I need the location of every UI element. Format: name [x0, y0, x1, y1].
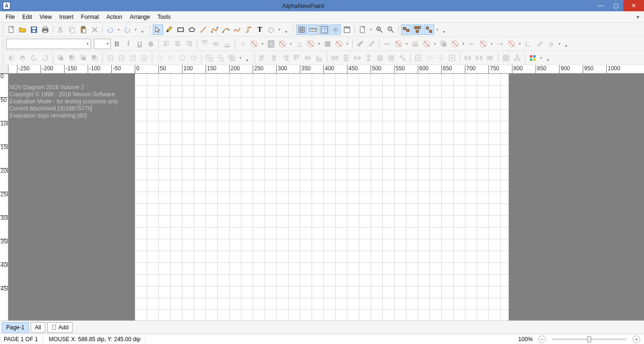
flip-v-button[interactable]: [17, 53, 28, 63]
bring-front-button[interactable]: [56, 53, 66, 63]
zoom-in-status-button[interactable]: +: [633, 336, 640, 343]
layout-tree-button[interactable]: [512, 53, 522, 63]
pan-tool[interactable]: [266, 25, 276, 35]
font-family-combo[interactable]: ▾: [6, 39, 91, 49]
toolbar-overflow[interactable]: ▾: [283, 25, 289, 35]
page-setup-button[interactable]: [357, 25, 368, 35]
rulers-toggle[interactable]: [308, 25, 318, 35]
shadow-button[interactable]: [438, 39, 449, 49]
ungroup-button[interactable]: [215, 53, 226, 63]
highlight-swatch[interactable]: [305, 39, 316, 49]
distribute-h-button[interactable]: [330, 53, 340, 63]
italic-button[interactable]: I: [123, 39, 133, 49]
zoom-slider[interactable]: [552, 338, 627, 340]
canvas-area[interactable]: NOV Diagram 2016 Volume 2 Copyright © 19…: [8, 74, 644, 320]
tab-page-1[interactable]: Page-1: [2, 322, 29, 333]
eyedropper-button[interactable]: [535, 39, 545, 49]
line-weight-swatch[interactable]: [421, 39, 432, 49]
fill-dropdown[interactable]: ▾: [345, 42, 350, 46]
nudge-left-button[interactable]: [105, 53, 116, 63]
pencil-tool[interactable]: [164, 25, 174, 35]
rotate-180-button[interactable]: [177, 53, 188, 63]
line-color-swatch[interactable]: [393, 39, 404, 49]
curve-tool[interactable]: [209, 25, 220, 35]
align-left-shapes[interactable]: [257, 53, 268, 63]
align-middle-shapes[interactable]: [303, 53, 313, 63]
layout-shapes-button[interactable]: [501, 53, 511, 63]
text-bg-button[interactable]: A: [266, 39, 276, 49]
distribute-v-button[interactable]: [341, 53, 351, 63]
new-button[interactable]: [6, 25, 17, 35]
line-weight-dropdown[interactable]: ▾: [433, 42, 438, 46]
delete-button[interactable]: [90, 25, 100, 35]
format-painter-button[interactable]: [366, 39, 377, 49]
undo-button[interactable]: [105, 25, 116, 35]
flip-h-button[interactable]: [6, 53, 17, 63]
nudge-down-button[interactable]: [139, 53, 149, 63]
same-height-button[interactable]: [386, 53, 396, 63]
arrow-end-dropdown[interactable]: ▾: [518, 42, 522, 46]
freehand-tool[interactable]: [232, 25, 242, 35]
align-bottom-shapes[interactable]: [314, 53, 324, 63]
underline-button[interactable]: U: [134, 39, 145, 49]
copy-button[interactable]: [67, 25, 77, 35]
highlight-button[interactable]: A: [294, 39, 305, 49]
toolbar-overflow[interactable]: ▾: [139, 25, 146, 35]
toolbar-overflow[interactable]: ▾: [545, 53, 551, 63]
align-center-shapes[interactable]: [269, 53, 279, 63]
toolbar-overflow[interactable]: ▾: [563, 39, 570, 49]
spacing-dec-button[interactable]: [474, 53, 484, 63]
corner-button[interactable]: [523, 39, 534, 49]
toolbar-grip[interactable]: [149, 25, 151, 34]
nudge-right-button[interactable]: [116, 53, 127, 63]
zoom-out-status-button[interactable]: −: [538, 336, 546, 343]
line-tool[interactable]: [198, 25, 208, 35]
spacing-inc-button[interactable]: [462, 53, 473, 63]
layout-button-3[interactable]: [424, 25, 434, 35]
toolbar-grip[interactable]: [2, 53, 4, 63]
spacing-equal-button[interactable]: [485, 53, 495, 63]
undo-dropdown[interactable]: ▾: [116, 28, 121, 32]
cut-button[interactable]: [56, 25, 66, 35]
menu-arrange[interactable]: Arrange: [126, 12, 154, 22]
menu-tools[interactable]: Tools: [154, 12, 174, 22]
minimize-button[interactable]: —: [593, 0, 608, 11]
menu-action[interactable]: Action: [103, 12, 126, 22]
center-page-button[interactable]: [447, 53, 457, 63]
text-bg-swatch[interactable]: [277, 39, 288, 49]
space-h-button[interactable]: [352, 53, 363, 63]
center-h-button[interactable]: [424, 53, 435, 63]
group-button[interactable]: [204, 53, 215, 63]
guides-toggle[interactable]: [319, 25, 330, 35]
color-scheme-dropdown[interactable]: ▾: [539, 56, 544, 60]
size-to-grid-button[interactable]: [413, 53, 423, 63]
menu-format[interactable]: Format: [77, 12, 103, 22]
same-size-button[interactable]: [397, 53, 408, 63]
align-left-button[interactable]: [161, 39, 172, 49]
send-back-button[interactable]: [90, 53, 100, 63]
zoom-out-button[interactable]: [386, 25, 396, 35]
ellipse-tool[interactable]: [187, 25, 197, 35]
tab-all[interactable]: All: [31, 322, 45, 333]
combine-dropdown[interactable]: ▾: [238, 56, 243, 60]
toolbar-grip[interactable]: [253, 53, 256, 63]
vertical-ruler[interactable]: 050100150200250300350400450: [0, 74, 8, 320]
arrow-start-dropdown[interactable]: ▾: [489, 42, 494, 46]
menu-edit[interactable]: Edit: [18, 12, 36, 22]
menu-insert[interactable]: Insert: [56, 12, 77, 22]
toolbar-grip[interactable]: [2, 39, 4, 49]
valign-top-button[interactable]: [199, 39, 210, 49]
layout-button-1[interactable]: [401, 25, 412, 35]
bold-button[interactable]: B: [112, 39, 122, 49]
clear-format-dropdown[interactable]: ▾: [557, 42, 562, 46]
save-button[interactable]: [29, 25, 39, 35]
print-button[interactable]: [40, 25, 50, 35]
align-top-shapes[interactable]: [291, 53, 302, 63]
rotate-left-button[interactable]: [29, 53, 39, 63]
tab-add[interactable]: Add: [47, 322, 73, 333]
snap-toggle[interactable]: [330, 25, 341, 35]
text-tool[interactable]: T: [255, 25, 265, 35]
rotate-cw-button[interactable]: [155, 53, 165, 63]
connector-tool[interactable]: [243, 25, 254, 35]
nudge-up-button[interactable]: [128, 53, 138, 63]
